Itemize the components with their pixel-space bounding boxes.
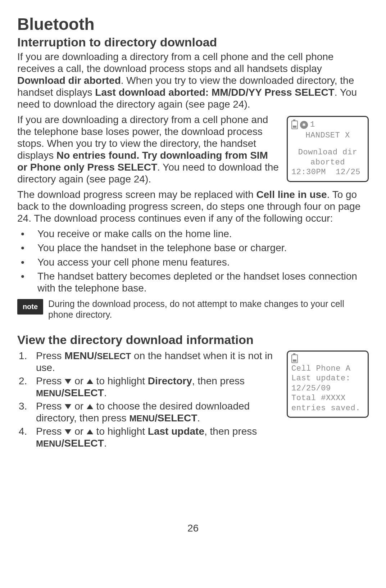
list-item: The handset battery becomes depleted or … (17, 270, 369, 294)
text: or (72, 401, 86, 412)
text: Press (36, 375, 64, 386)
lcd-line: Download dir (291, 148, 364, 158)
lcd-screen-aborted: ✱1 HANDSET X Download dir aborted 12:30P… (287, 116, 369, 182)
lcd-line: Total #XXXX (291, 393, 364, 403)
text: , then press (192, 375, 245, 386)
lcd-line: 12/25/09 (291, 384, 364, 394)
text: Press (36, 426, 64, 437)
up-arrow-icon (87, 429, 93, 434)
text: Press (36, 401, 64, 412)
note-tag: note (17, 299, 43, 315)
battery-icon (291, 354, 298, 363)
bold-select: /SELECT (155, 412, 197, 424)
text: . (197, 412, 200, 424)
bold-select: /SELECT (62, 387, 104, 398)
bold-menu-sc: MENU (129, 413, 155, 423)
bold-directory: Directory (148, 375, 192, 386)
text: . (104, 387, 107, 398)
para-interruption-3: The download progress screen may be repl… (17, 189, 369, 224)
note-box: note During the download process, do not… (17, 298, 369, 320)
text: The download progress screen may be repl… (17, 189, 256, 200)
lcd-screen-info: Cell Phone A Last update: 12/25/09 Total… (287, 350, 369, 418)
lcd-line: aborted (291, 158, 364, 168)
para-interruption-1: If you are downloading a directory from … (17, 51, 369, 110)
list-item: Press or to highlight Directory, then pr… (17, 375, 280, 399)
section-heading-interruption: Interruption to directory download (17, 35, 369, 49)
text: . (104, 438, 107, 449)
list-item: You access your cell phone menu features… (17, 256, 369, 268)
list-item: You receive or make calls on the home li… (17, 228, 369, 240)
text: or (72, 426, 86, 437)
bold-last-update: Last update (148, 426, 204, 437)
bluetooth-icon: ✱ (300, 121, 308, 129)
bold-last-download-aborted: Last download aborted: MM/DD/YY Press SE… (95, 87, 334, 98)
up-arrow-icon (87, 404, 93, 409)
down-arrow-icon (65, 404, 71, 409)
text: or (72, 375, 86, 386)
section-heading-view-info: View the directory download information (17, 333, 369, 347)
page-number: 26 (17, 523, 369, 534)
list-item: You place the handset in the telephone b… (17, 242, 369, 254)
bold-menu: MENU/ (64, 350, 97, 361)
list-item: Press MENU/SELECT on the handset when it… (17, 350, 280, 374)
note-text: During the download process, do not atte… (48, 298, 369, 320)
bullet-list: You receive or make calls on the home li… (17, 228, 369, 294)
page-title: Bluetooth (17, 14, 369, 34)
up-arrow-icon (87, 379, 93, 384)
text: to highlight (94, 426, 148, 437)
lcd-line: 12:30PM 12/25 (291, 167, 364, 177)
bold-menu-sc: MENU (36, 388, 62, 398)
steps-list: Press MENU/SELECT on the handset when it… (17, 350, 280, 449)
bold-cell-line-in-use: Cell line in use (256, 189, 327, 200)
lcd-line: entries saved. (291, 403, 364, 413)
bold-select-sc: SELECT (97, 351, 131, 361)
lcd-line: Last update: (291, 374, 364, 384)
text: , then press (204, 426, 257, 437)
para-interruption-2: If you are downloading a directory from … (17, 114, 280, 185)
bt-number: 1 (310, 120, 315, 130)
text: If you are downloading a directory from … (17, 51, 333, 74)
bold-menu-sc: MENU (36, 439, 62, 448)
lcd-line: HANDSET X (291, 131, 364, 141)
bold-download-dir-aborted: Download dir aborted (17, 75, 121, 86)
list-item: Press or to highlight Last update, then … (17, 425, 280, 449)
lcd-line: Cell Phone A (291, 364, 364, 374)
down-arrow-icon (65, 429, 71, 434)
down-arrow-icon (65, 379, 71, 384)
battery-icon (291, 121, 298, 129)
list-item: Press or to choose the desired downloade… (17, 400, 280, 424)
bold-select: /SELECT (62, 438, 104, 449)
text: to highlight (94, 375, 148, 386)
text: Press (36, 350, 64, 361)
